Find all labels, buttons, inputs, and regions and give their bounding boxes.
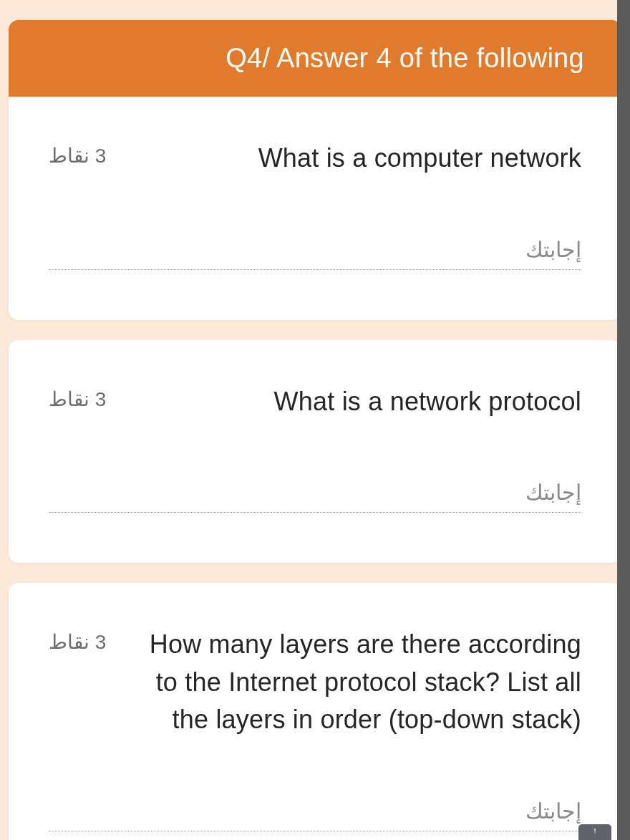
answer-input[interactable]: [49, 795, 581, 831]
alert-icon: [590, 826, 600, 836]
top-gap: [9, 0, 621, 20]
question-row: 3 نقاط What is a computer network: [49, 140, 581, 178]
question-card: 3 نقاط What is a network protocol: [9, 340, 621, 564]
points-label: 3 نقاط: [49, 383, 106, 411]
section-title: Q4/ Answer 4 of the following: [226, 43, 584, 73]
question-text: How many layers are there according to t…: [126, 626, 581, 739]
answer-input[interactable]: [49, 476, 581, 513]
question-row: 3 نقاط How many layers are there accordi…: [49, 626, 581, 739]
question-row: 3 نقاط What is a network protocol: [49, 383, 581, 421]
report-problem-button[interactable]: [578, 824, 611, 840]
answer-wrap: [49, 233, 581, 270]
answer-wrap: [49, 476, 581, 513]
answer-wrap: [49, 795, 581, 831]
answer-input[interactable]: [49, 233, 581, 270]
points-label: 3 نقاط: [49, 140, 106, 168]
question-card: 3 نقاط How many layers are there accordi…: [9, 583, 621, 840]
section-header: Q4/ Answer 4 of the following: [9, 20, 621, 97]
question-text: What is a computer network: [126, 140, 581, 178]
question-card: 3 نقاط What is a computer network: [9, 97, 621, 320]
viewport-shadow: [617, 0, 630, 840]
question-text: What is a network protocol: [126, 383, 581, 421]
points-label: 3 نقاط: [49, 626, 106, 654]
